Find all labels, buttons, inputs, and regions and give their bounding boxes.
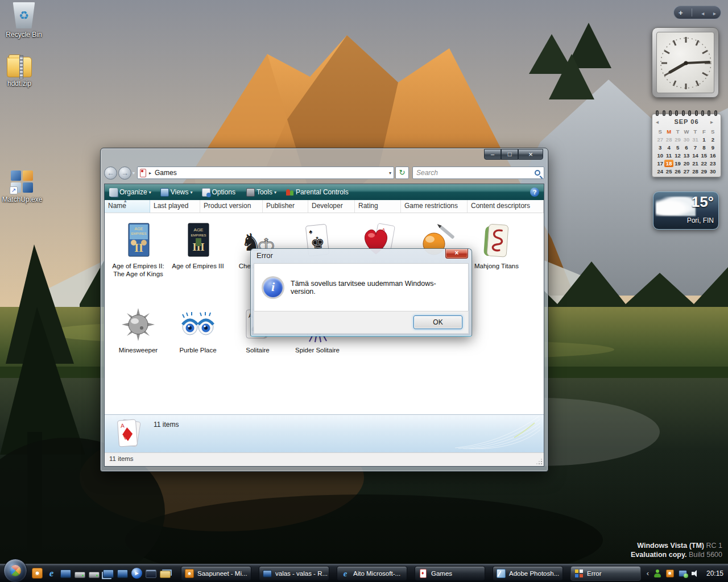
game-item[interactable]: Minesweeper — [109, 306, 168, 354]
calendar-day[interactable]: 16 — [709, 152, 717, 159]
calendar-day[interactable]: 27 — [656, 136, 664, 143]
refresh-button[interactable] — [395, 167, 409, 179]
search-icon[interactable] — [535, 170, 540, 176]
toolbar-parental-controls[interactable]: Parental Controls — [286, 188, 350, 197]
close-button[interactable]: × — [518, 149, 543, 160]
taskbar-clock[interactable]: 20:15 — [706, 569, 723, 577]
prev-page-icon[interactable] — [701, 7, 704, 18]
volume-icon[interactable] — [692, 569, 700, 577]
folders-icon[interactable] — [160, 571, 171, 578]
tray-expand-icon[interactable] — [647, 569, 649, 577]
calendar-prev-icon[interactable] — [656, 119, 663, 125]
calendar-day[interactable]: 7 — [691, 144, 700, 151]
help-icon[interactable]: ? — [530, 188, 539, 197]
calendar-day[interactable]: 19 — [673, 160, 682, 167]
game-item[interactable]: Mahjong Titans — [467, 222, 526, 270]
taskbar-button-photoshop[interactable]: Adobe Photosh... — [493, 566, 563, 581]
minimize-button[interactable]: – — [484, 149, 501, 160]
column-header-publisher[interactable]: Publisher — [263, 200, 308, 213]
drive-icon[interactable] — [75, 572, 85, 578]
calendar-day[interactable]: 20 — [682, 160, 690, 167]
calendar-day[interactable]: 28 — [664, 136, 673, 143]
resize-grip[interactable] — [536, 458, 543, 465]
calendar-day[interactable]: 31 — [691, 136, 700, 143]
calendar-day[interactable]: 8 — [700, 144, 708, 151]
calendar-day[interactable]: 11 — [664, 152, 673, 159]
calendar-day[interactable]: 10 — [656, 152, 664, 159]
taskbar-button-games[interactable]: Games — [415, 566, 485, 581]
calendar-day[interactable]: 9 — [709, 144, 717, 151]
calendar-day[interactable]: 30 — [709, 168, 717, 175]
game-item[interactable]: Purble Place — [168, 306, 228, 354]
recent-pages-icon[interactable] — [133, 171, 135, 176]
network-computer-icon[interactable] — [103, 569, 114, 578]
breadcrumb-arrow-icon[interactable] — [149, 171, 151, 176]
calendar-day[interactable]: 27 — [682, 168, 690, 175]
calendar-day[interactable]: 29 — [673, 136, 682, 143]
search-input[interactable] — [416, 169, 532, 177]
calendar-day[interactable]: 2 — [709, 136, 717, 143]
desktop-icon-matchup[interactable]: MatchUp.exe — [0, 171, 46, 203]
calendar-gadget[interactable]: SEP 06 SMTWTFS27282930311234567891011121… — [652, 114, 721, 177]
search-box[interactable] — [412, 167, 544, 179]
calendar-day[interactable]: 26 — [673, 168, 682, 175]
calendar-day[interactable]: 5 — [673, 144, 682, 151]
calendar-day[interactable]: 28 — [691, 168, 700, 175]
clock-gadget[interactable] — [652, 27, 719, 98]
next-page-icon[interactable] — [713, 7, 716, 18]
taskbar-button-aito[interactable]: Aito Microsoft-... — [337, 566, 407, 581]
column-header-product-version[interactable]: Product version — [200, 200, 263, 213]
dialog-titlebar[interactable]: Error × — [251, 249, 471, 263]
column-header-name[interactable]: Name — [105, 200, 150, 213]
calendar-day[interactable]: 3 — [656, 144, 664, 151]
network-icon[interactable] — [679, 570, 687, 577]
maximize-button[interactable]: □ — [501, 149, 518, 160]
calendar-day[interactable]: 12 — [673, 152, 682, 159]
calendar-day[interactable]: 1 — [700, 136, 708, 143]
calendar-day[interactable]: 13 — [682, 152, 690, 159]
column-header-content-descriptors[interactable]: Content descriptors — [468, 200, 544, 213]
calendar-day[interactable]: 17 — [656, 160, 664, 167]
console-icon[interactable] — [146, 569, 156, 578]
calendar-day[interactable]: 30 — [682, 136, 690, 143]
dialog-close-button[interactable]: × — [445, 249, 468, 259]
column-header-rating[interactable]: Rating — [355, 200, 401, 213]
column-header-developer[interactable]: Developer — [308, 200, 355, 213]
add-gadget-button[interactable] — [679, 7, 683, 18]
taskbar-button-valas[interactable]: valas - valas - R... — [259, 566, 329, 581]
desktop-icon-recycle-bin[interactable]: Recycle Bin — [0, 2, 48, 39]
messenger-icon[interactable] — [653, 569, 661, 577]
taskbar-button-error[interactable]: Error — [570, 566, 641, 581]
toolbar-organize[interactable]: Organize — [109, 188, 151, 197]
calendar-day[interactable]: 15 — [700, 152, 708, 159]
taskbar-button-saapuneet[interactable]: Saapuneet - Mi... — [181, 566, 251, 581]
breadcrumb[interactable]: Games — [155, 169, 177, 177]
calendar-app-icon[interactable] — [32, 568, 43, 579]
calendar-selected-day[interactable]: 18 — [664, 160, 673, 167]
address-dropdown-icon[interactable] — [389, 171, 391, 176]
desktop-icon-hddt-zip[interactable]: hddt.zip — [0, 57, 43, 88]
calendar-day[interactable]: 6 — [682, 144, 690, 151]
calendar-day[interactable]: 25 — [664, 168, 673, 175]
media-player-icon[interactable] — [131, 568, 142, 579]
calendar-next-icon[interactable] — [710, 119, 717, 125]
calendar-day[interactable]: 22 — [700, 160, 708, 167]
weather-gadget[interactable]: 15° Pori, FIN — [653, 192, 719, 230]
game-item[interactable]: AGEEMPIRESIIIAge of Empires III — [168, 222, 228, 270]
calendar-day[interactable]: 24 — [656, 168, 664, 175]
game-item[interactable]: AGEEMPIRESIIAge of Empires II: The Age o… — [109, 222, 168, 278]
ok-button[interactable]: OK — [413, 315, 462, 329]
drive-icon[interactable] — [89, 572, 100, 578]
calendar-day[interactable]: 21 — [691, 160, 700, 167]
toolbar-options[interactable]: Options — [202, 188, 237, 197]
calendar-day[interactable]: 23 — [709, 160, 717, 167]
tray-calendar-icon[interactable] — [666, 569, 674, 577]
internet-explorer-icon[interactable] — [46, 568, 57, 579]
column-header-last-played[interactable]: Last played — [150, 200, 200, 213]
calendar-day[interactable]: 14 — [691, 152, 700, 159]
address-bar[interactable]: Games — [137, 167, 394, 179]
toolbar-tools[interactable]: Tools — [246, 188, 276, 197]
computer-icon[interactable] — [60, 569, 71, 578]
start-button[interactable] — [3, 559, 27, 582]
calendar-day[interactable]: 4 — [664, 144, 673, 151]
